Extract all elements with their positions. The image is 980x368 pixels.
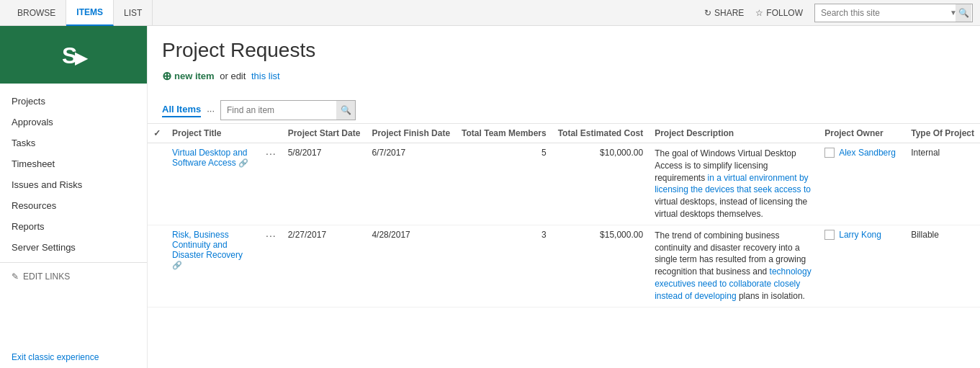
top-nav-right: ↻ SHARE ☆ FOLLOW ▼ 🔍	[704, 4, 973, 22]
top-nav-tabs: BROWSE ITEMS LIST	[7, 0, 153, 26]
row1-team-members: 5	[456, 143, 552, 225]
site-search-input[interactable]	[814, 4, 973, 22]
tab-browse[interactable]: BROWSE	[7, 0, 66, 26]
share-action[interactable]: ↻ SHARE	[704, 8, 744, 18]
content-area: Project Requests ⊕ new item or edit this…	[148, 26, 980, 368]
th-finish-date[interactable]: Project Finish Date	[366, 124, 456, 143]
share-label: SHARE	[714, 8, 744, 18]
find-item-search-button[interactable]: 🔍	[336, 101, 355, 120]
tab-items[interactable]: ITEMS	[66, 0, 114, 26]
row2-owner: Larry Kong	[819, 225, 905, 307]
tab-list[interactable]: LIST	[114, 0, 153, 26]
row1-description-text: The goal of Windows Virtual Desktop Acce…	[655, 148, 813, 220]
row1-link-icon: 🔗	[238, 158, 248, 167]
share-icon: ↻	[704, 8, 711, 18]
svg-text:▶: ▶	[75, 49, 89, 67]
follow-action[interactable]: ☆ FOLLOW	[755, 8, 803, 18]
star-icon: ☆	[755, 8, 763, 18]
row1-description: The goal of Windows Virtual Desktop Acce…	[649, 143, 819, 225]
new-item-label: new item	[174, 71, 215, 81]
row2-title: Risk, Business Continuity and Disaster R…	[166, 225, 260, 307]
row1-check	[148, 143, 166, 225]
row1-type: Internal	[905, 143, 980, 225]
th-type-of-project[interactable]: Type Of Project	[905, 124, 980, 143]
row1-start-date: 5/8/2017	[282, 143, 367, 225]
top-nav-bar: BROWSE ITEMS LIST ↻ SHARE ☆ FOLLOW ▼ 🔍	[0, 0, 980, 26]
row1-estimated-cost: $10,000.00	[552, 143, 649, 225]
all-items-view[interactable]: All Items	[162, 104, 201, 117]
plus-icon: ⊕	[162, 69, 171, 83]
th-check: ✓	[148, 124, 166, 143]
row2-link-icon: 🔗	[172, 261, 182, 269]
sidebar-item-tasks[interactable]: Tasks	[0, 133, 147, 153]
th-start-date[interactable]: Project Start Date	[282, 124, 367, 143]
sidebar-item-projects[interactable]: Projects	[0, 91, 147, 112]
row2-title-link[interactable]: Risk, Business Continuity and Disaster R…	[172, 230, 243, 260]
main-layout: S ▶ Projects Approvals Tasks Timesheet I…	[0, 26, 980, 368]
search-submit-button[interactable]: 🔍	[956, 4, 971, 22]
th-dots	[260, 124, 282, 143]
th-team-members[interactable]: Total Team Members	[456, 124, 552, 143]
th-project-title[interactable]: Project Title	[166, 124, 260, 143]
row2-check	[148, 225, 166, 307]
sidebar-item-timesheet[interactable]: Timesheet	[0, 153, 147, 174]
view-bar: All Items ··· 🔍	[148, 97, 980, 124]
row2-owner-name[interactable]: Larry Kong	[839, 230, 881, 240]
row2-desc-link1[interactable]: technology executives need to collaborat…	[655, 266, 812, 301]
edit-links-label: EDIT LINKS	[23, 271, 70, 282]
sidebar-item-approvals[interactable]: Approvals	[0, 112, 147, 133]
edit-list-link[interactable]: this list	[251, 71, 280, 81]
row1-context-menu[interactable]: ···	[266, 148, 277, 159]
row1-owner-cell: Alex Sandberg	[824, 148, 899, 158]
sidebar-divider	[0, 262, 147, 263]
sidebar: S ▶ Projects Approvals Tasks Timesheet I…	[0, 26, 148, 368]
th-description[interactable]: Project Description	[649, 124, 819, 143]
edit-links-button[interactable]: ✎ EDIT LINKS	[0, 267, 147, 286]
table-header-row: ✓ Project Title Project Start Date Proje…	[148, 124, 980, 143]
row2-owner-cell: Larry Kong	[824, 230, 899, 240]
items-table: ✓ Project Title Project Start Date Proje…	[148, 124, 980, 308]
sidebar-item-server-settings[interactable]: Server Settings	[0, 237, 147, 258]
row1-owner-checkbox[interactable]	[824, 148, 835, 158]
view-more-button[interactable]: ···	[207, 105, 215, 116]
or-text: or edit	[217, 71, 248, 81]
sharepoint-logo: S ▶	[55, 36, 92, 73]
table-row: Risk, Business Continuity and Disaster R…	[148, 225, 980, 307]
sidebar-item-resources[interactable]: Resources	[0, 195, 147, 216]
sidebar-item-reports[interactable]: Reports	[0, 216, 147, 237]
row1-owner-name[interactable]: Alex Sandberg	[839, 148, 896, 158]
row1-owner: Alex Sandberg	[819, 143, 905, 225]
row2-start-date: 2/27/2017	[282, 225, 367, 307]
find-item-input[interactable]	[221, 101, 336, 120]
row2-finish-date: 4/28/2017	[366, 225, 456, 307]
row2-description-text: The trend of combining business continui…	[655, 230, 813, 302]
th-estimated-cost[interactable]: Total Estimated Cost	[552, 124, 649, 143]
sidebar-item-issues-risks[interactable]: Issues and Risks	[0, 174, 147, 195]
row2-context-menu[interactable]: ···	[266, 230, 277, 241]
follow-label: FOLLOW	[766, 8, 803, 18]
toolbar-row: ⊕ new item or edit this list	[162, 69, 966, 83]
row2-team-members: 3	[456, 225, 552, 307]
sidebar-nav: Projects Approvals Tasks Timesheet Issue…	[0, 84, 147, 344]
new-item-button[interactable]: ⊕ new item or edit this list	[162, 69, 280, 83]
row2-owner-checkbox[interactable]	[824, 230, 835, 240]
row1-desc-link1[interactable]: in a virtual environment by licensing th…	[655, 173, 811, 195]
sidebar-logo: S ▶	[0, 26, 147, 84]
row1-finish-date: 6/7/2017	[366, 143, 456, 225]
row1-dots[interactable]: ···	[260, 143, 282, 225]
table-row: Virtual Desktop and Software Access 🔗 ··…	[148, 143, 980, 225]
th-project-owner[interactable]: Project Owner	[819, 124, 905, 143]
find-item-search: 🔍	[220, 100, 356, 120]
page-title: Project Requests	[162, 39, 966, 62]
site-search-box: ▼ 🔍	[814, 4, 973, 22]
row2-dots[interactable]: ···	[260, 225, 282, 307]
content-header: Project Requests ⊕ new item or edit this…	[148, 26, 980, 97]
row2-estimated-cost: $15,000.00	[552, 225, 649, 307]
row1-title-link[interactable]: Virtual Desktop and Software Access	[172, 148, 248, 168]
pencil-icon: ✎	[12, 271, 19, 282]
row2-type: Billable	[905, 225, 980, 307]
row1-title: Virtual Desktop and Software Access 🔗	[166, 143, 260, 225]
exit-classic-link[interactable]: Exit classic experience	[0, 346, 147, 368]
row2-description: The trend of combining business continui…	[649, 225, 819, 307]
